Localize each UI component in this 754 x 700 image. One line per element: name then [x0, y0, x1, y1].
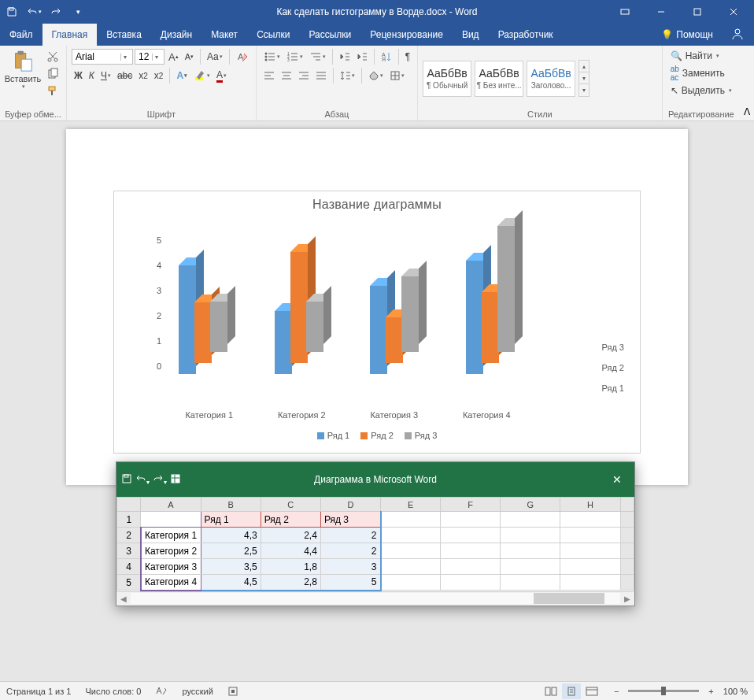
user-account-icon[interactable]: [721, 27, 754, 43]
svg-rect-59: [545, 687, 550, 695]
close-icon[interactable]: [716, 1, 751, 23]
svg-point-10: [48, 58, 51, 61]
subscript-icon[interactable]: x2: [136, 68, 150, 83]
multilevel-list-icon[interactable]: ▾: [307, 49, 328, 65]
excel-data-icon[interactable]: [170, 473, 181, 487]
redo-icon[interactable]: [47, 3, 65, 20]
format-painter-icon[interactable]: [44, 83, 61, 99]
font-size-select[interactable]: 12▾: [135, 49, 164, 65]
ribbon-display-icon[interactable]: [608, 1, 642, 23]
tab-references[interactable]: Ссылки: [247, 24, 299, 46]
cut-icon[interactable]: [44, 49, 61, 65]
superscript-icon[interactable]: x2: [152, 68, 166, 83]
titlebar: ▾ ▾ Как сделать гистограмму в Ворде.docx…: [0, 0, 754, 24]
zoom-slider[interactable]: [628, 690, 699, 692]
tab-insert[interactable]: Вставка: [97, 24, 151, 46]
group-paragraph: ▾ 123▾ ▾ AЯ ¶ ▾ ▾ ▾: [257, 46, 418, 120]
tab-file[interactable]: Файл: [0, 24, 43, 46]
styles-gallery-more[interactable]: ▴▾▾: [578, 60, 590, 97]
select-button[interactable]: ↖Выделить▾: [667, 83, 735, 98]
view-print-icon[interactable]: [562, 683, 581, 699]
group-font: Arial▾ 12▾ A▴ A▾ Aa▾ A Ж К Ч▾ abc x2 x2 …: [67, 46, 257, 120]
align-center-icon[interactable]: [279, 68, 294, 83]
copy-icon[interactable]: [44, 66, 61, 82]
sort-icon[interactable]: AЯ: [379, 49, 394, 65]
numbering-icon[interactable]: 123▾: [284, 49, 305, 65]
clear-formatting-icon[interactable]: A: [234, 49, 251, 65]
change-case-icon[interactable]: Aa▾: [205, 49, 225, 65]
status-words[interactable]: Число слов: 0: [85, 687, 141, 696]
zoom-in-icon[interactable]: +: [705, 687, 716, 696]
view-read-icon[interactable]: [541, 683, 560, 699]
excel-redo-icon[interactable]: ▾: [153, 473, 167, 487]
align-left-icon[interactable]: [261, 68, 277, 83]
increase-indent-icon[interactable]: [354, 49, 370, 65]
tab-home[interactable]: Главная: [43, 24, 98, 46]
status-page[interactable]: Страница 1 из 1: [6, 687, 71, 696]
replace-icon: abac: [671, 65, 679, 82]
bullets-icon[interactable]: ▾: [261, 49, 283, 65]
document-area: Название диаграммы 012345Категория 1Кате…: [0, 121, 754, 681]
font-color-icon[interactable]: A▾: [214, 68, 229, 83]
excel-close-icon[interactable]: ✕: [604, 473, 630, 486]
svg-rect-1: [621, 9, 629, 14]
tab-view[interactable]: Вид: [453, 24, 489, 46]
tab-layout[interactable]: Макет: [201, 24, 247, 46]
style-nospacing[interactable]: АаБбВв¶ Без инте...: [475, 61, 523, 97]
svg-rect-54: [172, 475, 179, 483]
tab-mailings[interactable]: Рассылки: [299, 24, 360, 46]
status-macro-icon[interactable]: [227, 686, 238, 697]
zoom-out-icon[interactable]: −: [611, 687, 622, 696]
group-clipboard: Вставить ▾ Буфер обме...: [0, 46, 67, 120]
justify-icon[interactable]: [313, 68, 329, 83]
style-normal[interactable]: АаБбВв¶ Обычный: [423, 61, 471, 97]
strikethrough-icon[interactable]: abc: [115, 68, 135, 83]
lightbulb-icon: 💡: [661, 29, 673, 40]
view-web-icon[interactable]: [582, 683, 601, 699]
svg-rect-64: [586, 687, 597, 695]
status-spellcheck-icon[interactable]: [155, 686, 168, 697]
excel-undo-icon[interactable]: ▾: [135, 473, 150, 487]
svg-rect-53: [124, 475, 128, 477]
shading-icon[interactable]: ▾: [366, 68, 386, 83]
save-icon[interactable]: [3, 3, 20, 20]
tab-developer[interactable]: Разработчик: [489, 24, 563, 46]
collapse-ribbon-icon[interactable]: ᐱ: [740, 46, 754, 120]
maximize-icon[interactable]: [680, 1, 715, 23]
align-right-icon[interactable]: [296, 68, 312, 83]
shrink-font-icon[interactable]: A▾: [183, 49, 196, 65]
underline-icon[interactable]: Ч▾: [98, 68, 113, 83]
undo-icon[interactable]: ▾: [25, 3, 43, 20]
decrease-indent-icon[interactable]: [337, 49, 353, 65]
text-effects-icon[interactable]: A▾: [174, 68, 190, 83]
group-label-editing: Редактирование: [667, 108, 735, 120]
excel-save-icon[interactable]: [121, 473, 132, 487]
paste-button[interactable]: Вставить ▾: [5, 49, 41, 90]
qat-customize-icon[interactable]: ▾: [69, 3, 87, 20]
svg-rect-3: [694, 9, 700, 15]
minimize-icon[interactable]: [644, 1, 678, 23]
tell-me[interactable]: 💡Помощн: [653, 29, 721, 40]
excel-hscroll[interactable]: ◀▶: [116, 591, 634, 606]
zoom-level[interactable]: 100 %: [723, 687, 748, 696]
chart-plot-area: 012345Категория 1Категория 2Категория 3К…: [127, 217, 627, 421]
chart-object[interactable]: Название диаграммы 012345Категория 1Кате…: [113, 191, 641, 454]
line-spacing-icon[interactable]: ▾: [338, 68, 357, 83]
replace-button[interactable]: abacЗаменить: [667, 63, 728, 83]
show-marks-icon[interactable]: ¶: [403, 49, 412, 65]
style-heading1[interactable]: АаБбВвЗаголово...: [527, 61, 575, 97]
borders-icon[interactable]: ▾: [387, 68, 407, 83]
svg-rect-8: [17, 51, 24, 55]
grow-font-icon[interactable]: A▴: [166, 49, 181, 65]
italic-icon[interactable]: К: [87, 68, 97, 83]
excel-grid[interactable]: ABCDEFGH1Ряд 1Ряд 2Ряд 32Категория 14,32…: [116, 497, 634, 591]
tab-review[interactable]: Рецензирование: [360, 24, 453, 46]
svg-rect-61: [568, 687, 575, 695]
find-button[interactable]: 🔍Найти▾: [667, 49, 723, 63]
status-language[interactable]: русский: [182, 687, 213, 696]
svg-rect-0: [9, 8, 13, 10]
bold-icon[interactable]: Ж: [72, 68, 85, 83]
highlight-icon[interactable]: ▾: [191, 68, 213, 83]
font-name-select[interactable]: Arial▾: [72, 49, 133, 65]
tab-design[interactable]: Дизайн: [151, 24, 201, 46]
